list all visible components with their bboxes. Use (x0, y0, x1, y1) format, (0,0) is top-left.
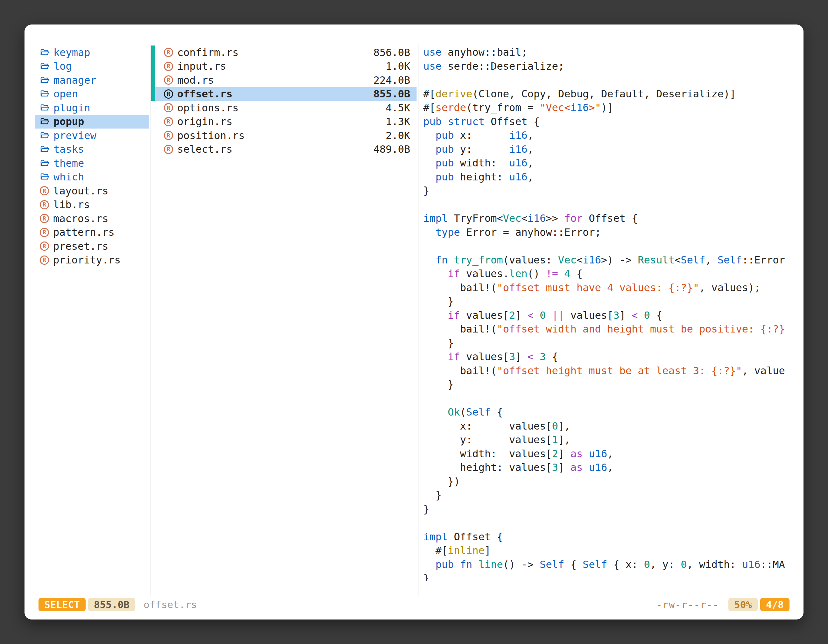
file-row-label: position.rs (177, 130, 245, 142)
file-size: 856.0B (373, 47, 410, 58)
open-folder-icon (40, 172, 49, 182)
current-pane: Rconfirm.rs856.0BRinput.rs1.0KRmod.rs224… (151, 45, 417, 156)
code-line (423, 198, 799, 212)
parent-pane: keymaplogmanageropenpluginpopuppreviewta… (34, 45, 149, 267)
rust-file-icon: R (40, 186, 49, 195)
file-row-label: options.rs (177, 102, 239, 114)
parent-item-label: preview (53, 130, 96, 142)
status-bar: SELECT 855.0B offset.rs -rw-r--r-- 50% 4… (39, 597, 789, 612)
rust-file-icon: R (164, 131, 173, 140)
parent-item[interactable]: Rmacros.rs (34, 212, 149, 226)
parent-item[interactable]: Rlib.rs (34, 198, 149, 212)
file-row-label: mod.rs (177, 74, 214, 86)
parent-item-label: plugin (53, 102, 90, 114)
parent-item[interactable]: log (34, 60, 149, 74)
file-row[interactable]: Rorigin.rs1.3K (151, 115, 417, 129)
rust-file-icon: R (164, 48, 173, 57)
rust-file-icon: R (164, 75, 173, 85)
file-row-label: select.rs (177, 143, 232, 155)
file-row[interactable]: Rinput.rs1.0K (151, 60, 417, 74)
rust-file-icon: R (164, 145, 173, 154)
code-line: impl TryFrom<Vec<i16>> for Offset { (423, 212, 799, 226)
open-folder-icon (40, 158, 49, 168)
parent-item-label: layout.rs (53, 185, 108, 197)
file-manager-window: keymaplogmanageropenpluginpopuppreviewta… (25, 25, 803, 619)
code-line: #[derive(Clone, Copy, Debug, Default, De… (423, 87, 799, 101)
open-folder-icon (40, 89, 49, 99)
open-folder-icon (40, 131, 49, 140)
file-permissions: -rw-r--r-- (656, 599, 719, 610)
parent-item-label: pattern.rs (53, 226, 114, 238)
parent-item[interactable]: open (34, 87, 149, 101)
file-size: 4.5K (386, 102, 410, 114)
parent-item[interactable]: tasks (34, 143, 149, 157)
parent-item-label: log (53, 60, 72, 72)
code-line: if values.len() != 4 { (423, 267, 799, 281)
rust-file-icon: R (164, 103, 173, 112)
code-line: } (423, 378, 799, 392)
file-size: 1.3K (386, 116, 410, 128)
mode-badge: SELECT (39, 598, 86, 611)
scroll-percent-badge: 50% (728, 598, 758, 611)
rust-file-icon: R (40, 241, 49, 251)
parent-item-label: open (53, 88, 78, 100)
code-line: } (423, 184, 799, 198)
parent-item[interactable]: Rpattern.rs (34, 226, 149, 240)
file-row-label: input.rs (177, 60, 226, 72)
file-size: 224.0B (373, 74, 410, 86)
code-line (423, 516, 799, 530)
code-line (423, 239, 799, 253)
file-row[interactable]: Rmod.rs224.0B (151, 73, 417, 87)
file-row-label: offset.rs (177, 88, 232, 100)
parent-item-label: popup (53, 116, 84, 128)
code-line: pub width: u16, (423, 156, 799, 170)
open-folder-icon (40, 75, 49, 85)
parent-item-label: priority.rs (53, 254, 121, 266)
code-line: if values[3] < 3 { (423, 350, 799, 364)
pane-divider-right (418, 44, 419, 596)
file-row[interactable]: Roptions.rs4.5K (151, 101, 417, 115)
parent-item[interactable]: manager (34, 73, 149, 87)
code-line: y: values[1], (423, 433, 799, 447)
file-row[interactable]: Roffset.rs855.0B (151, 87, 417, 101)
parent-item[interactable]: Rlayout.rs (34, 184, 149, 198)
code-line: pub x: i16, (423, 128, 799, 143)
code-line: } (423, 489, 799, 502)
code-line: width: values[2] as u16, (423, 447, 799, 461)
code-line: type Error = anyhow::Error; (423, 226, 799, 240)
code-line: } (423, 572, 799, 581)
code-line: impl Offset { (423, 530, 799, 544)
file-row[interactable]: Rposition.rs2.0K (151, 128, 417, 143)
file-size-badge: 855.0B (88, 598, 135, 611)
cursor-position-badge: 4/8 (760, 598, 789, 611)
file-row[interactable]: Rconfirm.rs856.0B (151, 45, 417, 60)
code-line: bail!("offset width and height must be p… (423, 322, 799, 336)
code-line: if values[2] < 0 || values[3] < 0 { (423, 309, 799, 323)
parent-item[interactable]: which (34, 170, 149, 184)
rust-file-icon: R (40, 228, 49, 237)
parent-item[interactable]: Rpreset.rs (34, 239, 149, 253)
parent-item[interactable]: preview (34, 128, 149, 143)
parent-item-label: tasks (53, 143, 84, 155)
parent-item[interactable]: keymap (34, 45, 149, 60)
parent-item-label: preset.rs (53, 240, 108, 252)
parent-item-label: which (53, 171, 84, 183)
parent-item-label: theme (53, 157, 84, 169)
parent-item[interactable]: Rpriority.rs (34, 253, 149, 267)
code-line: } (423, 336, 799, 350)
parent-item[interactable]: theme (34, 156, 149, 170)
rust-file-icon: R (40, 214, 49, 223)
code-line (423, 392, 799, 406)
file-row-label: confirm.rs (177, 47, 239, 58)
rust-file-icon: R (164, 62, 173, 71)
parent-item[interactable]: plugin (34, 101, 149, 115)
file-size: 489.0B (373, 143, 410, 155)
code-line: height: values[3] as u16, (423, 461, 799, 475)
file-size: 855.0B (373, 88, 410, 100)
parent-item[interactable]: popup (34, 115, 149, 129)
code-line: #[serde(try_from = "Vec<i16>")] (423, 101, 799, 115)
file-row[interactable]: Rselect.rs489.0B (151, 143, 417, 157)
code-line: Ok(Self { (423, 405, 799, 419)
file-size: 2.0K (386, 130, 410, 142)
code-line: x: values[0], (423, 419, 799, 433)
